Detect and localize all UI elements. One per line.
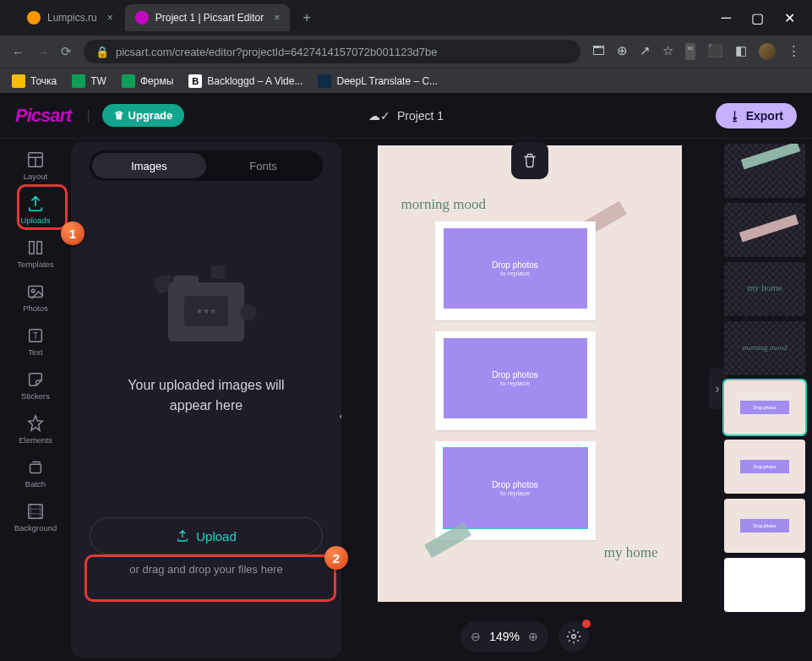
rail-templates[interactable]: Templates bbox=[8, 233, 63, 276]
rail-uploads[interactable]: Uploads bbox=[8, 189, 63, 232]
page-thumb-5[interactable]: Drop photos bbox=[724, 380, 805, 434]
photo-frame-1[interactable]: Drop photosto replace bbox=[435, 221, 596, 320]
page-thumb-3[interactable]: my home bbox=[724, 262, 805, 316]
rail-background[interactable]: Background bbox=[8, 497, 63, 539]
page-thumb-6[interactable]: Drop photos bbox=[724, 440, 805, 494]
delete-element-button[interactable] bbox=[511, 142, 548, 179]
close-icon[interactable]: × bbox=[274, 12, 280, 24]
extensions-icon[interactable]: ⬛ bbox=[707, 43, 723, 60]
app-header: Picsart | ♛ Upgrade ☁✓ Project 1 ⭳ Expor… bbox=[0, 93, 812, 139]
project-title[interactable]: ☁✓ Project 1 bbox=[368, 109, 444, 123]
uploads-panel: Images Fonts ★★★ Your uploaded images wi… bbox=[71, 142, 341, 658]
rail-text[interactable]: TText bbox=[8, 321, 63, 363]
crown-icon: ♛ bbox=[114, 109, 124, 122]
page-thumb-1[interactable] bbox=[724, 144, 805, 198]
tab-title: Project 1 | Picsart Editor bbox=[155, 12, 264, 24]
zoom-in-button[interactable]: ⊕ bbox=[528, 630, 538, 643]
favicon bbox=[27, 11, 41, 25]
minimize-icon[interactable]: ─ bbox=[722, 10, 731, 26]
svg-point-9 bbox=[572, 635, 576, 639]
tab-images[interactable]: Images bbox=[92, 153, 206, 178]
upload-button[interactable]: Upload bbox=[90, 517, 323, 554]
url-text: picsart.com/create/editor?projectId=6427… bbox=[116, 46, 438, 58]
upload-icon bbox=[176, 529, 189, 543]
workspace: Layout Uploads Templates Photos TText St… bbox=[0, 139, 812, 661]
drag-drop-hint: or drag and drop your files here bbox=[129, 563, 282, 576]
panel-icon[interactable]: ◧ bbox=[735, 43, 747, 60]
expand-thumbnails-button[interactable]: › bbox=[709, 369, 726, 409]
left-rail: Layout Uploads Templates Photos TText St… bbox=[0, 139, 71, 661]
lock-icon: 🔒 bbox=[95, 46, 109, 58]
picsart-logo[interactable]: Picsart bbox=[15, 105, 71, 127]
trash-icon bbox=[522, 153, 537, 168]
cloud-saved-icon: ☁✓ bbox=[368, 109, 390, 123]
zoom-out-button[interactable]: ⊖ bbox=[471, 630, 481, 643]
picsart-app: Picsart | ♛ Upgrade ☁✓ Project 1 ⭳ Expor… bbox=[0, 93, 812, 661]
browser-titlebar: Lumpics.ru × Project 1 | Picsart Editor … bbox=[0, 0, 812, 36]
maximize-icon[interactable]: ▢ bbox=[751, 10, 764, 26]
ext-icon[interactable]: ∞ bbox=[685, 43, 695, 60]
reload-button[interactable]: ⟳ bbox=[61, 44, 72, 59]
rail-layout[interactable]: Layout bbox=[8, 145, 63, 188]
rail-batch[interactable]: Batch bbox=[8, 453, 63, 495]
canvas-heading-2[interactable]: my home bbox=[604, 544, 658, 561]
translate-icon[interactable]: 🗔 bbox=[592, 43, 605, 60]
annotation-badge-1: 1 bbox=[61, 221, 84, 245]
rail-photos[interactable]: Photos bbox=[8, 277, 63, 320]
notification-dot bbox=[582, 620, 591, 628]
rail-elements[interactable]: Elements bbox=[8, 409, 63, 451]
canvas-area[interactable]: morning mood Drop photosto replace Drop … bbox=[341, 139, 717, 661]
upload-tabs: Images Fonts bbox=[90, 150, 323, 181]
gear-icon bbox=[566, 629, 581, 644]
page-thumb-2[interactable] bbox=[724, 203, 805, 257]
svg-text:T: T bbox=[33, 331, 38, 341]
zoom-controls: ⊖ 149% ⊕ bbox=[460, 620, 589, 653]
zoom-value[interactable]: 149% bbox=[489, 630, 520, 643]
settings-button[interactable] bbox=[559, 621, 589, 652]
bookmark-star-icon[interactable]: ☆ bbox=[662, 43, 673, 60]
profile-avatar[interactable] bbox=[759, 43, 776, 60]
upgrade-button[interactable]: ♛ Upgrade bbox=[102, 104, 185, 127]
browser-tab-2[interactable]: Project 1 | Picsart Editor × bbox=[125, 4, 291, 31]
annotation-badge-2: 2 bbox=[324, 546, 348, 570]
artboard[interactable]: morning mood Drop photosto replace Drop … bbox=[378, 145, 682, 602]
close-icon[interactable]: × bbox=[107, 12, 113, 24]
share-icon[interactable]: ↗ bbox=[640, 43, 651, 60]
rail-stickers[interactable]: Stickers bbox=[8, 365, 63, 407]
tab-fonts[interactable]: Fonts bbox=[206, 153, 320, 178]
svg-rect-7 bbox=[30, 464, 41, 473]
export-button[interactable]: ⭳ Export bbox=[716, 103, 797, 128]
menu-icon[interactable]: ⋮ bbox=[787, 43, 800, 60]
address-bar: ← → ⟳ 🔒 picsart.com/create/editor?projec… bbox=[0, 36, 812, 68]
url-input[interactable]: 🔒 picsart.com/create/editor?projectId=64… bbox=[84, 40, 580, 63]
empty-state-text: Your uploaded images will appear here bbox=[128, 375, 284, 416]
page-thumb-7[interactable]: Drop photos bbox=[724, 499, 805, 553]
bookmark-item[interactable]: DeepL Translate – С... bbox=[318, 74, 438, 88]
new-tab-button[interactable]: + bbox=[295, 6, 319, 30]
download-icon: ⭳ bbox=[729, 109, 741, 123]
bookmarks-bar: Точка TW Фермы BBackloggd – A Vide... De… bbox=[0, 68, 812, 93]
tab-title: Lumpics.ru bbox=[47, 12, 97, 24]
favicon bbox=[135, 11, 149, 25]
bookmark-item[interactable]: BBackloggd – A Vide... bbox=[188, 74, 302, 88]
photo-frame-2[interactable]: Drop photosto replace bbox=[435, 331, 596, 430]
canvas-heading-1[interactable]: morning mood bbox=[401, 196, 487, 213]
bookmark-item[interactable]: Точка bbox=[12, 74, 57, 88]
back-button[interactable]: ← bbox=[12, 45, 25, 59]
browser-tab-1[interactable]: Lumpics.ru × bbox=[17, 4, 123, 31]
empty-state-illustration: ★★★ bbox=[155, 265, 257, 358]
bookmark-item[interactable]: Фермы bbox=[122, 74, 173, 88]
window-controls: ─ ▢ ✕ bbox=[722, 10, 812, 26]
page-thumb-8[interactable] bbox=[724, 558, 805, 612]
forward-button[interactable]: → bbox=[36, 45, 49, 59]
pages-thumbnails: › my home morning mood Drop photos Drop … bbox=[717, 139, 812, 661]
svg-point-4 bbox=[31, 289, 35, 292]
zoom-page-icon[interactable]: ⊕ bbox=[617, 43, 628, 60]
close-window-icon[interactable]: ✕ bbox=[784, 10, 795, 26]
bookmark-item[interactable]: TW bbox=[72, 74, 106, 88]
page-thumb-4[interactable]: morning mood bbox=[724, 321, 805, 375]
